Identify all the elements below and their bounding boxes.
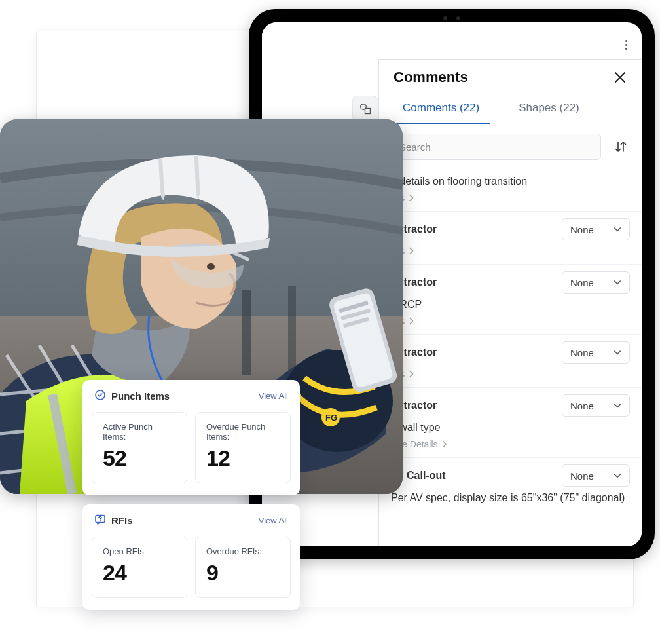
chevron-down-icon bbox=[614, 278, 621, 286]
svg-text:FG: FG bbox=[325, 413, 337, 423]
details-link[interactable]: ails bbox=[391, 369, 630, 379]
details-link[interactable]: ails bbox=[391, 193, 630, 203]
punch-items-card: Punch Items View All Active Punch Items:… bbox=[82, 380, 300, 495]
comment-item[interactable]: A Call-out None Per AV spec, display siz… bbox=[379, 458, 642, 512]
assignee-dropdown[interactable]: None bbox=[562, 464, 630, 487]
sort-button[interactable] bbox=[612, 138, 630, 156]
comment-text: e RCP bbox=[391, 299, 630, 311]
chevron-down-icon bbox=[614, 472, 621, 480]
details-link[interactable]: ails bbox=[391, 316, 630, 326]
stat-label: Overdue RFIs: bbox=[206, 546, 280, 556]
stat-value: 52 bbox=[103, 445, 176, 471]
chevron-down-icon bbox=[614, 402, 621, 409]
comment-text: Per AV spec, display size is 65"x36" (75… bbox=[391, 492, 630, 504]
close-icon bbox=[614, 71, 626, 83]
active-punch-box[interactable]: Active Punch Items: 52 bbox=[92, 412, 187, 483]
panel-tabs: Comments (22) Shapes (22) bbox=[379, 91, 642, 124]
assignee-dropdown[interactable]: None bbox=[562, 341, 630, 364]
open-rfis-box[interactable]: Open RFIs: 24 bbox=[92, 537, 187, 598]
chevron-right-icon bbox=[407, 317, 415, 325]
svg-rect-6 bbox=[242, 290, 251, 375]
details-link[interactable]: See Details bbox=[391, 439, 630, 449]
punch-icon bbox=[94, 389, 106, 401]
close-button[interactable] bbox=[613, 70, 627, 85]
shape-tool-button[interactable] bbox=[352, 96, 378, 122]
sort-icon bbox=[614, 140, 628, 154]
drawing-page-outline bbox=[272, 41, 350, 119]
card-title: Punch Items bbox=[94, 389, 170, 403]
svg-point-19 bbox=[100, 520, 101, 521]
assignee-dropdown[interactable]: None bbox=[562, 218, 630, 240]
stat-label: Active Punch Items: bbox=[103, 422, 176, 442]
view-all-link[interactable]: View All bbox=[259, 391, 288, 401]
svg-rect-7 bbox=[288, 286, 296, 375]
stat-value: 9 bbox=[206, 560, 280, 586]
overdue-rfis-box[interactable]: Overdue RFIs: 9 bbox=[195, 537, 291, 598]
comments-panel: Comments Comments (22) Shapes (22) Searc… bbox=[378, 59, 642, 546]
card-title: RFIs bbox=[94, 514, 133, 527]
assignee-dropdown[interactable]: None bbox=[562, 271, 630, 294]
svg-point-8 bbox=[207, 263, 215, 270]
stat-label: Open RFIs: bbox=[103, 546, 176, 556]
stat-value: 24 bbox=[103, 560, 176, 586]
overdue-punch-box[interactable]: Overdue Punch Items: 12 bbox=[195, 412, 291, 483]
comment-text: e wall type bbox=[391, 422, 630, 434]
comments-list: e details on flooring transition ails on… bbox=[379, 169, 642, 546]
comment-item[interactable]: ontractor None e RCP ails bbox=[379, 265, 642, 335]
chevron-right-icon bbox=[407, 370, 415, 378]
tablet-camera bbox=[412, 16, 491, 20]
comment-item[interactable]: ontractor None e wall type See Details bbox=[379, 388, 642, 458]
chevron-down-icon bbox=[614, 225, 621, 233]
tab-comments[interactable]: Comments (22) bbox=[399, 95, 483, 124]
comment-item[interactable]: ontractor None ails bbox=[379, 335, 642, 388]
search-row: Search bbox=[379, 124, 642, 169]
chevron-right-icon bbox=[441, 440, 449, 448]
chevron-right-icon bbox=[407, 247, 415, 255]
shapes-icon bbox=[359, 102, 372, 115]
svg-rect-1 bbox=[365, 109, 371, 114]
comment-item[interactable]: e details on flooring transition ails bbox=[379, 169, 642, 212]
search-input[interactable]: Search bbox=[391, 134, 601, 160]
chevron-right-icon bbox=[407, 194, 415, 202]
panel-title: Comments bbox=[394, 69, 468, 86]
comment-text: e details on flooring transition bbox=[391, 176, 630, 187]
comment-item[interactable]: ontractor None ails bbox=[379, 212, 642, 265]
stat-value: 12 bbox=[206, 445, 280, 471]
chevron-down-icon bbox=[614, 349, 621, 356]
panel-header: Comments bbox=[379, 60, 642, 91]
rfi-icon bbox=[94, 514, 106, 525]
rfis-card: RFIs View All Open RFIs: 24 Overdue RFIs… bbox=[82, 504, 300, 610]
view-all-link[interactable]: View All bbox=[259, 516, 288, 525]
details-link[interactable]: ails bbox=[391, 246, 630, 256]
stat-label: Overdue Punch Items: bbox=[206, 422, 280, 442]
assignee-dropdown[interactable]: None bbox=[562, 394, 630, 417]
more-menu-button[interactable] bbox=[618, 37, 634, 52]
tab-shapes[interactable]: Shapes (22) bbox=[515, 95, 583, 124]
